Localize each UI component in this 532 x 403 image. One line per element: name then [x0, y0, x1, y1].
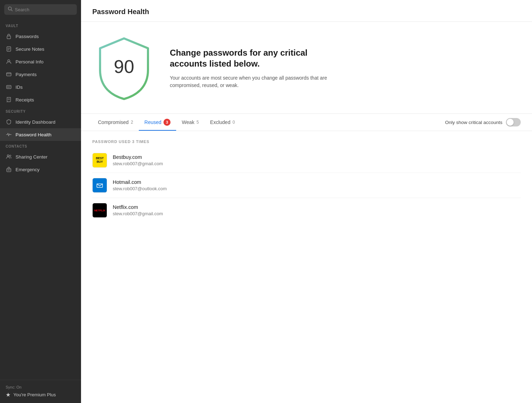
pulse-icon: [6, 131, 12, 138]
sidebar-item-label: Personal Info: [16, 59, 44, 64]
tab-excluded-label: Excluded: [210, 119, 230, 125]
sidebar-item-label: Sharing Center: [16, 154, 48, 160]
sidebar-item-passwords[interactable]: Passwords: [0, 30, 81, 43]
security-section-label: SECURITY: [0, 106, 81, 116]
tab-compromised[interactable]: Compromised 2: [92, 114, 139, 130]
hotmail-info: Hotmail.com stew.rob007@outlook.com: [113, 179, 167, 191]
tab-weak-count: 5: [197, 120, 199, 125]
premium-label: You're Premium Plus: [13, 392, 56, 397]
hotmail-logo: [92, 178, 107, 193]
sidebar-item-label: Secure Notes: [16, 46, 44, 52]
page-header: Password Health: [81, 0, 532, 22]
bestbuy-site: Bestbuy.com: [113, 154, 163, 160]
sidebar-item-payments[interactable]: Payments: [0, 68, 81, 81]
lock-icon: [6, 33, 12, 39]
id-icon: [6, 84, 12, 90]
score-text-block: Change passwords for any critical accoun…: [170, 47, 339, 89]
sidebar-item-label: IDs: [16, 85, 23, 90]
sidebar-item-sharing-center[interactable]: Sharing Center: [0, 150, 81, 163]
sidebar: VAULT Passwords Secure Notes: [0, 0, 81, 403]
sidebar-footer: Sync: On ★ You're Premium Plus: [0, 380, 81, 403]
search-icon: [8, 6, 13, 13]
sidebar-item-password-health[interactable]: Password Health: [0, 128, 81, 141]
svg-point-17: [10, 155, 11, 156]
password-item-netflix[interactable]: NETFLIX Netflix.com stew.rob007@gmail.co…: [92, 198, 521, 223]
sidebar-item-receipts[interactable]: Receipts: [0, 93, 81, 106]
svg-rect-8: [7, 73, 11, 76]
score-headline: Change passwords for any critical accoun…: [170, 47, 339, 69]
hotmail-site: Hotmail.com: [113, 179, 167, 185]
bestbuy-info: Bestbuy.com stew.rob007@gmail.com: [113, 154, 163, 166]
search-bar[interactable]: [4, 4, 77, 15]
sync-status: Sync: On: [6, 385, 75, 389]
netflix-logo: NETFLIX: [92, 203, 107, 218]
sidebar-item-personal-info[interactable]: Personal Info: [0, 55, 81, 68]
sidebar-item-label: Passwords: [16, 34, 39, 39]
only-critical-toggle-container: Only show critical accounts: [445, 118, 521, 126]
shield-score-container: 90: [92, 33, 156, 104]
sidebar-item-label: Payments: [16, 72, 37, 77]
netflix-site: Netflix.com: [113, 204, 163, 210]
sidebar-item-emergency[interactable]: Emergency: [0, 163, 81, 176]
svg-rect-2: [7, 36, 11, 39]
svg-point-7: [8, 60, 10, 62]
sidebar-item-label: Emergency: [16, 167, 39, 172]
premium-badge[interactable]: ★ You're Premium Plus: [6, 391, 75, 398]
tab-weak-label: Weak: [182, 119, 194, 125]
tab-compromised-label: Compromised: [98, 119, 129, 125]
password-list-section: PASSWORD USED 3 TIMES BESTBUY Bestbuy.co…: [81, 131, 532, 231]
hotmail-email: stew.rob007@outlook.com: [113, 186, 167, 191]
tab-weak[interactable]: Weak 5: [176, 114, 204, 130]
only-critical-switch[interactable]: [506, 118, 521, 126]
card-icon: [6, 71, 12, 78]
svg-point-16: [7, 155, 9, 157]
star-icon: ★: [6, 391, 11, 398]
vault-section-label: VAULT: [0, 20, 81, 30]
score-description: Your accounts are most secure when you c…: [170, 74, 339, 89]
main-content: Password Health 90 Change passwords for …: [81, 0, 532, 403]
sidebar-item-label: Password Health: [16, 132, 51, 137]
netflix-email: stew.rob007@gmail.com: [113, 211, 163, 216]
sidebar-item-label: Identity Dashboard: [16, 119, 55, 125]
tab-reused-label: Reused: [144, 119, 161, 125]
svg-line-1: [11, 10, 13, 11]
page-title: Password Health: [92, 8, 521, 16]
contacts-section-label: CONTACTS: [0, 141, 81, 150]
briefcase-icon: [6, 166, 12, 173]
tab-reused[interactable]: Reused 3: [139, 114, 176, 131]
search-input[interactable]: [15, 7, 73, 12]
sidebar-item-identity-dashboard[interactable]: Identity Dashboard: [0, 116, 81, 128]
score-section: 90 Change passwords for any critical acc…: [81, 22, 532, 114]
person-icon: [6, 58, 12, 65]
people-icon: [6, 154, 12, 160]
receipt-icon: [6, 97, 12, 103]
section-label: PASSWORD USED 3 TIMES: [92, 140, 521, 144]
shield-svg: 90: [96, 35, 152, 102]
note-icon: [6, 46, 12, 52]
sidebar-item-label: Receipts: [16, 97, 34, 103]
only-critical-label: Only show critical accounts: [445, 120, 502, 125]
svg-point-11: [7, 87, 8, 88]
password-item-bestbuy[interactable]: BESTBUY Bestbuy.com stew.rob007@gmail.co…: [92, 148, 521, 173]
bestbuy-email: stew.rob007@gmail.com: [113, 161, 163, 166]
password-item-hotmail[interactable]: Hotmail.com stew.rob007@outlook.com: [92, 173, 521, 198]
netflix-info: Netflix.com stew.rob007@gmail.com: [113, 204, 163, 216]
svg-text:90: 90: [114, 56, 134, 77]
tabs-bar: Compromised 2 Reused 3 Weak 5 Excluded 0…: [81, 114, 532, 131]
sidebar-item-secure-notes[interactable]: Secure Notes: [0, 43, 81, 55]
tab-excluded[interactable]: Excluded 0: [204, 114, 240, 130]
shield-icon: [6, 119, 12, 125]
tab-compromised-count: 2: [131, 120, 133, 125]
sidebar-item-ids[interactable]: IDs: [0, 81, 81, 93]
bestbuy-logo: BESTBUY: [92, 153, 107, 168]
tab-excluded-count: 0: [233, 120, 235, 125]
tab-reused-count: 3: [163, 119, 171, 126]
